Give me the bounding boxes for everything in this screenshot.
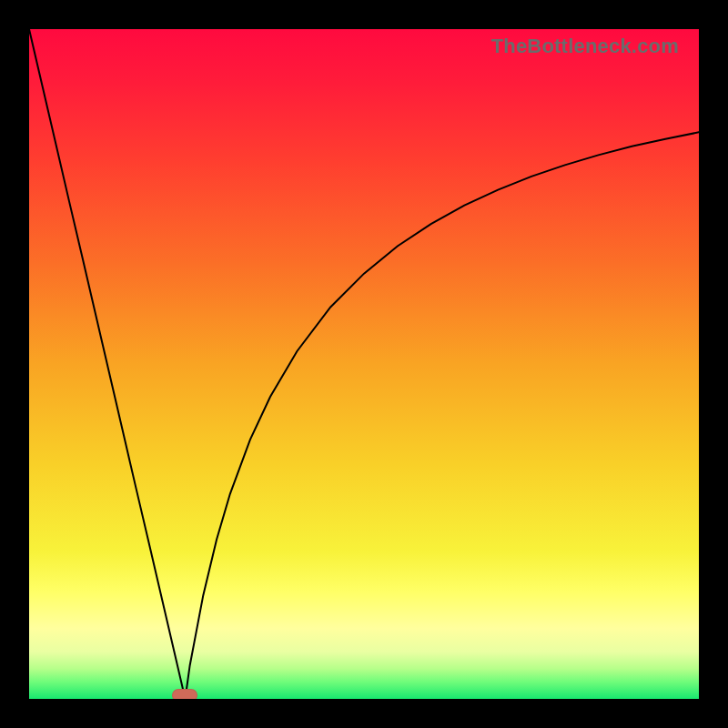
right-branch-path [185,132,699,699]
chart-curve [29,29,699,699]
left-branch-path [29,29,185,699]
minimum-marker [172,689,197,699]
plot-area: TheBottleneck.com [29,29,699,699]
chart-frame: TheBottleneck.com [0,0,728,728]
